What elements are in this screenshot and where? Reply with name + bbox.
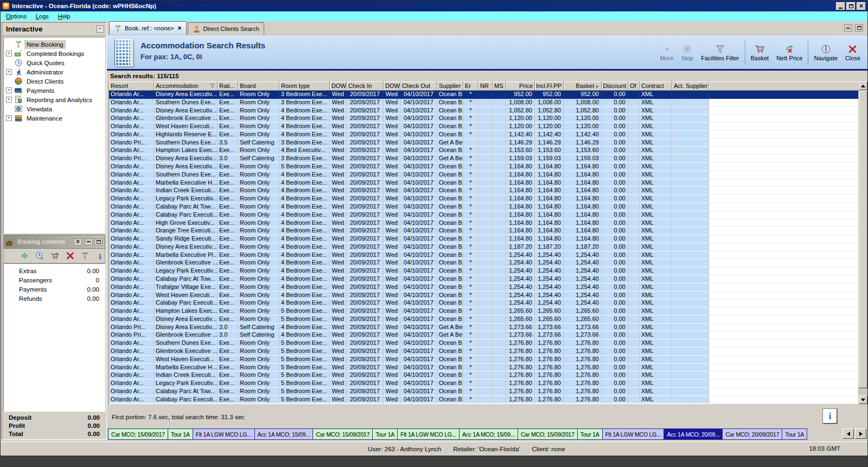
column-header-discount[interactable]: Discount bbox=[602, 81, 628, 91]
sidebar-collapse-button[interactable]: − bbox=[97, 26, 104, 33]
nett-price-button[interactable]: Nett Price bbox=[773, 43, 806, 62]
basket-button[interactable]: Basket bbox=[747, 43, 773, 62]
table-row[interactable]: Orlando Ar...Calabay Parc At Tow...Exe..… bbox=[109, 275, 858, 283]
table-row[interactable]: Orlando Ar...Legacy Park Executiv...Exe.… bbox=[109, 195, 858, 203]
table-row[interactable]: Orlando Ar...Disney Area Executiv...Exe.… bbox=[109, 315, 858, 324]
booking-segment-acc-1a-mco-15-09[interactable]: Acc 1A MCO; 15/09... bbox=[255, 428, 314, 440]
column-header-resort[interactable]: Resort bbox=[109, 81, 154, 91]
info-button[interactable]: i bbox=[823, 409, 837, 424]
booking-contents-maximize-button[interactable] bbox=[94, 238, 103, 245]
scroll-up-button[interactable] bbox=[859, 81, 867, 90]
sidebar-item-new-booking[interactable]: New Booking bbox=[4, 40, 105, 49]
window-minimize-button[interactable] bbox=[836, 2, 845, 10]
tab-book-ref-none[interactable]: Book. ref.: <none>× bbox=[109, 21, 187, 35]
table-row[interactable]: Orlando Ar...Orange Tree Executi...Exe..… bbox=[109, 227, 858, 235]
column-header-rati[interactable]: Rati... bbox=[218, 81, 238, 91]
table-row[interactable]: Orlando Ar...Calabay Parc Executi...Exe.… bbox=[109, 211, 858, 219]
scrollbar-thumb[interactable] bbox=[859, 91, 867, 388]
column-header-er[interactable]: Er bbox=[463, 81, 478, 91]
column-header-board[interactable]: Board bbox=[238, 81, 279, 91]
column-header-price[interactable]: Price bbox=[506, 81, 535, 91]
close-button[interactable]: Close bbox=[841, 43, 864, 62]
add-icon[interactable] bbox=[20, 251, 29, 260]
column-header-incl-fl-pp[interactable]: Incl.Fl.PP bbox=[535, 81, 564, 91]
booking-contents-minimize-button[interactable] bbox=[85, 238, 93, 245]
sidebar-item-reporting-and-analytics[interactable]: +Reporting and Analytics bbox=[4, 95, 105, 104]
table-row[interactable]: Orlando Ar...Glenbrook Executive ...Exe.… bbox=[109, 115, 858, 123]
table-row[interactable]: Orlando Ar...Marbella Executive H...Exe.… bbox=[109, 179, 858, 187]
scroll-down-button[interactable] bbox=[859, 395, 867, 404]
table-row[interactable]: Orlando Ar...Disney Area Executiv...Exe.… bbox=[109, 91, 858, 99]
booking-segment-flt-1a-lgw-mco-lg[interactable]: Flt 1A LGW MCO LG... bbox=[603, 428, 665, 440]
table-row[interactable]: Orlando Pri...Disney Area Executiv...3.0… bbox=[109, 155, 858, 163]
vertical-scrollbar[interactable] bbox=[858, 81, 867, 404]
booking-segment-tour-1a[interactable]: Tour 1A bbox=[578, 428, 603, 440]
table-row[interactable]: Orlando Ar...Trafalgar Village Exe...Exe… bbox=[109, 283, 858, 292]
booking-segment-car-mco-20-09-2017[interactable]: Car MCO; 20/09/2017 bbox=[723, 428, 782, 440]
booking-segment-tour-1a[interactable]: Tour 1A bbox=[168, 428, 193, 440]
delete-icon[interactable] bbox=[66, 251, 75, 260]
table-row[interactable]: Orlando Ar...Disney Area Executiv...Exe.… bbox=[109, 163, 858, 171]
table-row[interactable]: Orlando Ar...Calabay Parc At Tow...Exe..… bbox=[109, 203, 858, 211]
menu-options[interactable]: Options bbox=[4, 12, 31, 20]
sidebar-item-direct-clients[interactable]: Direct Clients bbox=[4, 77, 105, 86]
facilities-filter-button[interactable]: Facilities Filter bbox=[697, 43, 743, 62]
table-row[interactable]: Orlando Ar...Sandy Ridge Executi...Exe..… bbox=[109, 235, 858, 243]
table-row[interactable]: Orlando Ar...Calabay Parc Executi...Exe.… bbox=[109, 299, 858, 307]
column-header-check-out[interactable]: Check Out bbox=[400, 81, 437, 91]
table-row[interactable]: Orlando Ar...Southern Dunes Exe...Exe...… bbox=[109, 99, 858, 107]
column-header-nr[interactable]: NR bbox=[478, 81, 493, 91]
expand-plus-icon[interactable]: + bbox=[6, 51, 12, 56]
booking-contents-close-button[interactable]: × bbox=[74, 238, 82, 245]
column-header-of[interactable]: Of bbox=[628, 81, 640, 91]
table-row[interactable]: Orlando Ar...Glenbrook Executive ...Exe.… bbox=[109, 259, 858, 267]
table-row[interactable]: Orlando Ar...Marbella Executive H...Exe.… bbox=[109, 364, 858, 372]
column-header-supplier[interactable]: Supplier bbox=[437, 81, 463, 91]
table-row[interactable]: Orlando Ar...Disney Area Executiv...Exe.… bbox=[109, 107, 858, 115]
booking-segment-car-mco-15-09-2017[interactable]: Car MCO; 15/09/2017 bbox=[108, 428, 168, 440]
strip-scroll-left-button[interactable] bbox=[843, 428, 854, 439]
table-row[interactable]: Orlando Ar...Indian Creek Executi...Exe.… bbox=[109, 187, 858, 195]
table-row[interactable]: Orlando Pri...Disney Area Executiv...3.0… bbox=[109, 324, 858, 332]
table-row[interactable]: Orlando Ar...High Grove Executiv...Exe..… bbox=[109, 219, 858, 228]
table-row[interactable]: Orlando Ar...West Haven Executi...Exe...… bbox=[109, 292, 858, 300]
availability-clock-icon[interactable] bbox=[35, 251, 44, 260]
strip-scroll-right-button[interactable] bbox=[855, 428, 866, 439]
navigate-button[interactable]: Navigate bbox=[810, 43, 841, 62]
column-header-room-type[interactable]: Room type bbox=[279, 81, 330, 91]
basket-add-icon[interactable] bbox=[50, 251, 60, 260]
table-row[interactable]: Orlando Ar...Disney Area Executiv...Exe.… bbox=[109, 243, 858, 251]
expand-plus-icon[interactable]: + bbox=[6, 69, 12, 75]
sidebar-item-maintenance[interactable]: +Maintenance bbox=[4, 113, 105, 123]
table-row[interactable]: Orlando Ar...West Haven Executi...Exe...… bbox=[109, 356, 858, 364]
sidebar-item-payments[interactable]: +$Payments bbox=[4, 86, 105, 95]
table-row[interactable]: Orlando Ar...West Haven Executi...Exe...… bbox=[109, 123, 858, 131]
expand-plus-icon[interactable]: + bbox=[6, 115, 12, 121]
booking-segment-acc-1a-mco-15-09[interactable]: Acc 1A MCO; 15/09... bbox=[459, 428, 518, 440]
column-header-check-in[interactable]: Check In bbox=[347, 81, 384, 91]
table-row[interactable]: Orlando Ar...Legacy Park Executiv...Exe.… bbox=[109, 380, 858, 388]
booking-segment-car-mco-15-09-2017[interactable]: Car MCO; 15/09/2017 bbox=[518, 428, 578, 440]
column-header-basket[interactable]: Basket bbox=[564, 81, 602, 91]
window-close-button[interactable]: × bbox=[857, 2, 866, 10]
sidebar-item-quick-quotes[interactable]: Quick Quotes bbox=[4, 58, 105, 67]
column-header-ms[interactable]: MS bbox=[493, 81, 506, 91]
table-row[interactable]: Orlando Ar...Legacy Park Executiv...Exe.… bbox=[109, 267, 858, 275]
column-header-act-supplier[interactable]: Act. Supplier bbox=[672, 81, 709, 91]
expand-plus-icon[interactable]: + bbox=[6, 87, 12, 93]
column-header-accommodation[interactable]: Accommodation bbox=[154, 81, 218, 91]
table-row[interactable]: Orlando Ar...Glenbrook Executive ...Exe.… bbox=[109, 348, 858, 356]
booking-segment-tour-1a[interactable]: Tour 1A bbox=[782, 428, 807, 440]
palm-tree-icon[interactable] bbox=[80, 251, 90, 260]
booking-segment-flt-1a-lgw-mco-lg[interactable]: Flt 1A LGW MCO LG... bbox=[398, 428, 459, 440]
column-header-dow[interactable]: DOW bbox=[384, 81, 400, 91]
tab-close-button[interactable]: × bbox=[178, 24, 182, 32]
menu-help[interactable]: Help bbox=[56, 12, 75, 20]
table-row[interactable]: Orlando Ar...Southern Dunes Exe...Exe...… bbox=[109, 171, 858, 179]
booking-segment-acc-1a-mco-20-09[interactable]: Acc 1A MCO; 20/09... bbox=[664, 428, 723, 440]
booking-segment-flt-1a-lgw-mco-lg[interactable]: Flt 1A LGW MCO LG... bbox=[193, 428, 255, 440]
panel-maximize-button[interactable] bbox=[855, 24, 863, 31]
info-icon[interactable]: i bbox=[95, 251, 105, 260]
table-row[interactable]: Orlando Pri...Southern Dunes Exe...3.5Se… bbox=[109, 139, 858, 147]
table-row[interactable]: Orlando Ar...Marbella Executive Pl...Exe… bbox=[109, 251, 858, 260]
